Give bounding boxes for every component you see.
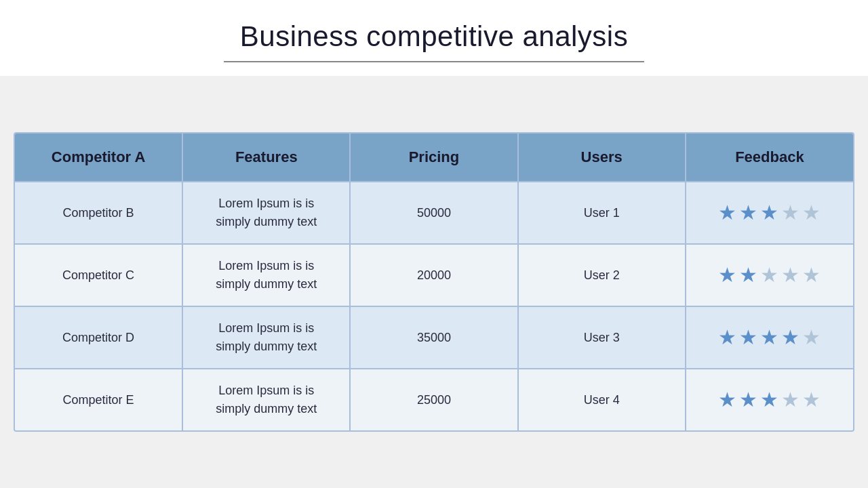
- cell-users: User 2: [518, 244, 686, 306]
- header-pricing: Pricing: [350, 134, 517, 182]
- table-section: Competitor A Features Pricing Users Feed…: [0, 76, 868, 488]
- title-underline: [224, 61, 644, 62]
- stars-container: ★★★★★: [696, 390, 843, 410]
- cell-features: Lorem Ipsum is issimply dummy text: [182, 244, 350, 306]
- stars-container: ★★★★★: [696, 327, 843, 348]
- star-filled: ★: [739, 390, 757, 410]
- star-empty: ★: [781, 265, 800, 285]
- star-filled: ★: [739, 265, 757, 285]
- cell-features: Lorem Ipsum is issimply dummy text: [182, 306, 350, 369]
- star-empty: ★: [781, 203, 800, 223]
- star-filled: ★: [718, 390, 736, 410]
- cell-competitor: Competitor C: [15, 244, 182, 306]
- star-empty: ★: [802, 390, 821, 410]
- star-empty: ★: [802, 203, 821, 223]
- star-filled: ★: [781, 327, 800, 348]
- star-empty: ★: [760, 265, 778, 285]
- stars-container: ★★★★★: [696, 203, 843, 223]
- title-section: Business competitive analysis: [0, 0, 868, 76]
- star-empty: ★: [802, 327, 821, 348]
- table-row: Competitor CLorem Ipsum is issimply dumm…: [15, 244, 853, 306]
- table-row: Competitor DLorem Ipsum is issimply dumm…: [15, 306, 853, 369]
- cell-competitor: Competitor D: [15, 306, 182, 369]
- star-filled: ★: [760, 327, 778, 348]
- competitive-table: Competitor A Features Pricing Users Feed…: [15, 134, 853, 430]
- cell-feedback: ★★★★★: [686, 244, 853, 306]
- cell-pricing: 20000: [350, 244, 517, 306]
- star-filled: ★: [760, 390, 778, 410]
- cell-pricing: 50000: [350, 182, 517, 244]
- star-filled: ★: [760, 203, 778, 223]
- cell-features: Lorem Ipsum is issimply dummy text: [182, 182, 350, 244]
- cell-users: User 3: [518, 306, 686, 369]
- cell-feedback: ★★★★★: [686, 182, 853, 244]
- star-filled: ★: [718, 203, 736, 223]
- header-feedback: Feedback: [686, 134, 853, 182]
- star-filled: ★: [739, 327, 757, 348]
- cell-features: Lorem Ipsum is issimply dummy text: [182, 369, 350, 430]
- cell-pricing: 35000: [350, 306, 517, 369]
- stars-container: ★★★★★: [696, 265, 843, 285]
- header-competitor: Competitor A: [15, 134, 182, 182]
- cell-pricing: 25000: [350, 369, 517, 430]
- table-row: Competitor BLorem Ipsum is issimply dumm…: [15, 182, 853, 244]
- star-empty: ★: [802, 265, 821, 285]
- cell-competitor: Competitor B: [15, 182, 182, 244]
- header-features: Features: [182, 134, 350, 182]
- cell-competitor: Competitor E: [15, 369, 182, 430]
- star-filled: ★: [739, 203, 757, 223]
- star-filled: ★: [718, 265, 736, 285]
- cell-users: User 4: [518, 369, 686, 430]
- cell-feedback: ★★★★★: [686, 369, 853, 430]
- cell-users: User 1: [518, 182, 686, 244]
- star-empty: ★: [781, 390, 800, 410]
- table-row: Competitor ELorem Ipsum is issimply dumm…: [15, 369, 853, 430]
- page-title: Business competitive analysis: [240, 20, 628, 53]
- star-filled: ★: [718, 327, 736, 348]
- table-wrapper: Competitor A Features Pricing Users Feed…: [14, 132, 854, 432]
- header-users: Users: [518, 134, 686, 182]
- table-header-row: Competitor A Features Pricing Users Feed…: [15, 134, 853, 182]
- cell-feedback: ★★★★★: [686, 306, 853, 369]
